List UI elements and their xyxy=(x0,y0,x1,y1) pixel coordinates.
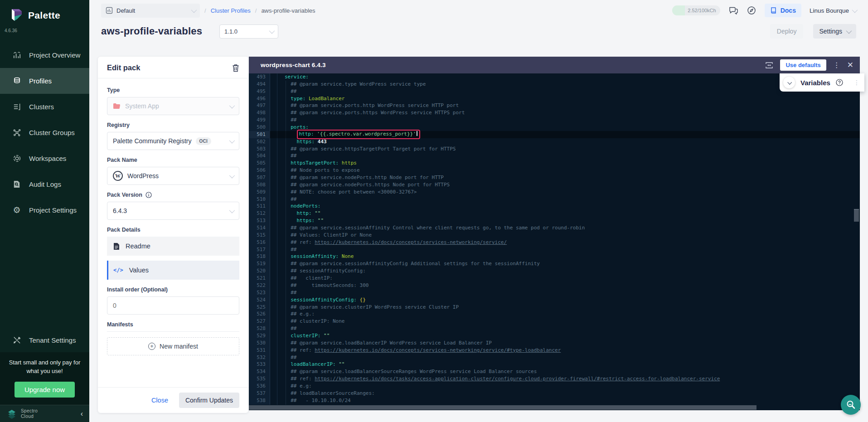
code-line[interactable]: 493service: xyxy=(249,73,860,81)
code-line[interactable]: 534 ## @param service.loadBalancerSource… xyxy=(249,368,860,375)
code-line[interactable]: 523 ## xyxy=(249,289,860,296)
install-order-input[interactable] xyxy=(107,296,239,315)
code-line[interactable]: 507 ## @param service.nodePorts.http Nod… xyxy=(249,174,860,181)
code-line[interactable]: 514 ## @param service.sessionAffinity Co… xyxy=(249,224,860,232)
project-scope-select[interactable]: Default xyxy=(101,4,200,18)
code-text: ## @param service.sessionAffinityConfig … xyxy=(277,260,540,267)
code-line[interactable]: 513 https: "" xyxy=(249,217,860,224)
chat-icon[interactable] xyxy=(728,5,738,15)
code-line[interactable]: 510 ## xyxy=(249,196,860,203)
code-line[interactable]: 515 ## Values: ClientIP or None xyxy=(249,232,860,239)
code-line[interactable]: 495 ## xyxy=(249,88,860,95)
expand-editor-icon[interactable] xyxy=(765,62,773,69)
code-line[interactable]: 524 sessionAffinityConfig: {} xyxy=(249,296,860,304)
code-text: ## sessionAffinityConfig: xyxy=(277,267,366,275)
pack-version-select[interactable]: 6.4.3 xyxy=(107,202,239,220)
variables-menu-icon[interactable]: ⋮ xyxy=(853,79,860,86)
variables-collapse-button[interactable] xyxy=(783,77,795,88)
editor-close-icon[interactable]: ✕ xyxy=(847,61,853,69)
help-compass-icon[interactable] xyxy=(747,5,756,15)
pack-name-select[interactable]: W WordPress xyxy=(107,167,239,185)
sidebar-nav: Project Overview Profiles Clusters xyxy=(0,42,89,223)
code-line[interactable]: 538 ## - 10.10.10.0/24 xyxy=(249,397,860,404)
support-search-fab[interactable] xyxy=(841,395,861,415)
code-line[interactable]: 521 ## clientIP: xyxy=(249,275,860,282)
fold-gutter xyxy=(270,289,277,296)
sidebar-item-audit-logs[interactable]: Audit Logs xyxy=(0,171,89,197)
code-line[interactable]: 516 ## ref: https://kubernetes.io/docs/c… xyxy=(249,239,860,246)
fold-gutter xyxy=(270,361,277,368)
code-line[interactable]: 537 ## loadBalancerSourceRanges: xyxy=(249,390,860,397)
registry-select[interactable]: Palette Community Registry OCI xyxy=(107,132,239,150)
code-line[interactable]: 502 https: 443 xyxy=(249,138,860,146)
code-line[interactable]: 531 ## ref: https://kubernetes.io/docs/c… xyxy=(249,347,860,354)
code-line[interactable]: 511 nodePorts: xyxy=(249,203,860,210)
values-tab[interactable]: </> Values xyxy=(107,261,239,280)
deploy-button[interactable]: Deploy xyxy=(770,24,804,39)
code-line[interactable]: 533 loadBalancerIP: "" xyxy=(249,361,860,368)
sidebar-item-cluster-groups[interactable]: Cluster Groups xyxy=(0,120,89,146)
code-line[interactable]: 496 type: LoadBalancer xyxy=(249,95,860,102)
code-line[interactable]: 506 ## Node ports to expose xyxy=(249,167,860,174)
code-line[interactable]: 528 ## xyxy=(249,325,860,332)
sidebar-item-tenant-settings[interactable]: Tenant Settings xyxy=(0,328,89,352)
code-line[interactable]: 497 ## @param service.ports.http WordPre… xyxy=(249,102,860,109)
code-line[interactable]: 518 sessionAffinity: None xyxy=(249,253,860,260)
sidebar-item-project-settings[interactable]: ⚙ Project Settings xyxy=(0,197,89,223)
code-line[interactable]: 530 ## @param service.loadBalancerIP Wor… xyxy=(249,340,860,347)
code-line[interactable]: 505 httpsTargetPort: https xyxy=(249,160,860,167)
use-defaults-button[interactable]: Use defaults xyxy=(780,59,826,71)
edit-pack-header: Edit pack xyxy=(98,57,248,78)
horizontal-scrollbar-thumb[interactable] xyxy=(249,405,756,410)
code-line[interactable]: 508 ## @param service.nodePorts.https No… xyxy=(249,181,860,189)
type-label: Type xyxy=(107,87,239,93)
code-line[interactable]: 535 ## ref: https://kubernetes.io/docs/t… xyxy=(249,375,860,383)
code-line[interactable]: 501 http: '{{.spectro.var.wordpress_port… xyxy=(249,131,860,138)
code-line[interactable]: 527 ## clusterIP: None xyxy=(249,318,860,325)
vertical-scrollbar-thumb[interactable] xyxy=(854,209,859,222)
docs-button[interactable]: Docs xyxy=(765,4,801,17)
code-line[interactable]: 529 clusterIP: "" xyxy=(249,332,860,340)
code-line[interactable]: 504 ## xyxy=(249,152,860,160)
code-line[interactable]: 512 http: "" xyxy=(249,210,860,217)
variable-highlight-box[interactable]: http: '{{.spectro.var.wordpress_port}}' xyxy=(297,130,420,139)
user-menu[interactable]: Linus Bourque xyxy=(810,7,856,14)
close-button[interactable]: Close xyxy=(151,397,168,404)
settings-button[interactable]: Settings xyxy=(813,24,856,39)
code-text: ## clusterIP: None xyxy=(277,318,344,325)
editor-menu-icon[interactable]: ⋮ xyxy=(833,62,840,69)
sidebar-item-clusters[interactable]: Clusters xyxy=(0,94,89,120)
collapse-sidebar-icon[interactable]: ‹ xyxy=(81,410,83,418)
code-line[interactable]: 525 ## @param service.clusterIP WordPres… xyxy=(249,304,860,311)
profile-version-select[interactable]: 1.1.0 xyxy=(219,24,278,39)
sidebar-item-project-overview[interactable]: Project Overview xyxy=(0,42,89,68)
new-manifest-button[interactable]: + New manifest xyxy=(107,337,239,355)
editor-header: wordpress-chart 6.4.3 Use defaults ⋮ ✕ xyxy=(249,57,860,73)
line-number: 531 xyxy=(249,347,270,354)
info-icon[interactable] xyxy=(145,192,152,198)
code-line[interactable]: 532 ## xyxy=(249,354,860,361)
delete-pack-icon[interactable] xyxy=(232,64,239,72)
code-line[interactable]: 522 ## timeoutSeconds: 300 xyxy=(249,282,860,289)
code-line[interactable]: 517 ## xyxy=(249,246,860,253)
upgrade-now-button[interactable]: Upgrade now xyxy=(15,382,75,398)
breadcrumb-separator: / xyxy=(255,7,257,14)
code-line[interactable]: 520 ## sessionAffinityConfig: xyxy=(249,267,860,275)
code-line[interactable]: 509 ## NOTE: choose port between <30000-… xyxy=(249,189,860,196)
code-line[interactable]: 499 ## xyxy=(249,116,860,124)
code-line[interactable]: 526 ## e.g.: xyxy=(249,310,860,318)
confirm-updates-button[interactable]: Confirm Updates xyxy=(179,393,239,408)
code-line[interactable]: 498 ## @param service.ports.https WordPr… xyxy=(249,109,860,116)
code-line[interactable]: 519 ## @param service.sessionAffinityCon… xyxy=(249,260,860,267)
code-area[interactable]: 493service:494 ## @param service.type Wo… xyxy=(249,73,860,405)
variables-help-icon[interactable] xyxy=(836,79,843,86)
code-line[interactable]: 494 ## @param service.type WordPress ser… xyxy=(249,81,860,88)
manifests-label: Manifests xyxy=(107,321,239,328)
readme-tab[interactable]: Readme xyxy=(107,237,239,256)
breadcrumb-cluster-profiles[interactable]: Cluster Profiles xyxy=(211,7,251,14)
sidebar-item-workspaces[interactable]: Workspaces xyxy=(0,146,89,171)
code-line[interactable]: 503 ## @param service.httpsTargetPort Ta… xyxy=(249,146,860,153)
line-number: 521 xyxy=(249,275,270,282)
sidebar-item-profiles[interactable]: Profiles xyxy=(0,68,89,94)
code-line[interactable]: 536 ## e.g: xyxy=(249,383,860,390)
